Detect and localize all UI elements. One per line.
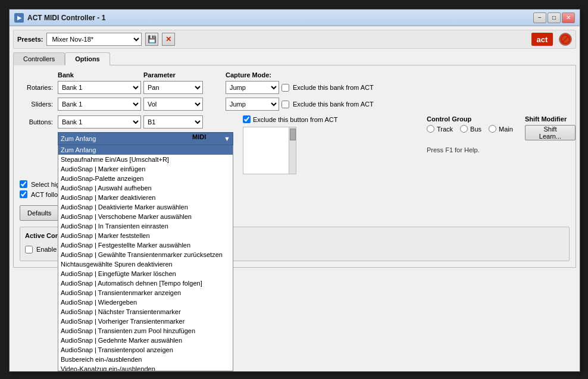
rotaries-param-select[interactable]: PanVolMuteSolo (143, 81, 203, 94)
dropdown-item[interactable]: AudioSnap | In Transienten einrasten (58, 221, 233, 231)
act-follows-checkbox[interactable] (20, 190, 27, 198)
title-buttons: − □ ✕ (533, 12, 575, 23)
sliders-label: Sliders: (20, 101, 55, 108)
dropdown-item[interactable]: Stepaufnahme Ein/Aus [Umschalt+R] (58, 155, 233, 164)
select-highlights-checkbox[interactable] (20, 180, 27, 188)
act-enable-label: Enable (36, 246, 57, 253)
dropdown-item[interactable]: Zum Anfang (58, 145, 233, 155)
tabs: Controllers Options (13, 52, 576, 65)
minimize-button[interactable]: − (533, 12, 546, 23)
sliders-exclude-label: Exclude this bank from ACT (293, 101, 374, 108)
dropdown-item[interactable]: AudioSnap | Automatisch dehnen [Tempo fo… (58, 278, 233, 288)
tab-options[interactable]: Options (65, 52, 110, 65)
sliders-capture-select[interactable]: JumpTouchPickup (226, 98, 279, 111)
sliders-bank-select[interactable]: Bank 1Bank 2Bank 3Bank 4 (58, 98, 141, 111)
dropdown-item[interactable]: AudioSnap | Vorheriger Transientenmarker (58, 317, 233, 326)
ctrl-group-options: Track Bus Main (427, 125, 513, 133)
rotaries-bank-select[interactable]: Bank 1Bank 2Bank 3Bank 4 (58, 81, 141, 94)
presets-select[interactable]: Mixer Nov-18* (46, 33, 142, 46)
buttons-exclude-checkbox[interactable] (243, 115, 251, 123)
presets-label: Presets: (17, 36, 43, 43)
window-icon: ▶ (14, 13, 24, 23)
dropdown-item[interactable]: AudioSnap | Wiedergeben (58, 297, 233, 307)
maximize-button[interactable]: □ (548, 12, 561, 23)
command-dropdown-list[interactable]: Zum AnfangStepaufnahme Ein/Aus [Umschalt… (58, 145, 233, 371)
sliders-exclude-checkbox[interactable] (282, 101, 289, 108)
header-bank: Bank (58, 71, 141, 79)
dropdown-item[interactable]: AudioSnap | Gewählte Transientenmarker z… (58, 250, 233, 259)
dropdown-item[interactable]: AudioSnap | Verschobene Marker auswählen (58, 212, 233, 221)
track-radio[interactable] (427, 125, 434, 133)
ctrl-group-section: Control Group Track Bus (427, 115, 513, 144)
buttons-exclude-area: Exclude this button from ACT (243, 115, 337, 123)
midi-display-area (243, 127, 296, 174)
close-button[interactable]: ✕ (562, 12, 575, 23)
act-logo: act (531, 33, 553, 46)
track-radio-label: Track (437, 126, 453, 133)
bus-radio[interactable] (460, 125, 468, 133)
act-enable-checkbox[interactable] (25, 246, 33, 253)
dropdown-item[interactable]: AudioSnap | Deaktivierte Marker auswähle… (58, 202, 233, 212)
buttons-label: Buttons: (20, 118, 55, 126)
dropdown-item[interactable]: AudioSnap | Nächster Transientenmarker (58, 307, 233, 317)
bus-radio-row: Bus (460, 125, 481, 133)
dropdown-item[interactable]: AudioSnap | Festgestellte Marker auswähl… (58, 240, 233, 250)
shift-modifier-label: Shift Modifier (525, 115, 576, 123)
main-radio-row: Main (489, 125, 513, 133)
act-midi-window: ▶ ACT MIDI Controller - 1 − □ ✕ Presets:… (9, 9, 580, 372)
presets-bar: Presets: Mixer Nov-18* 💾 ✕ act (13, 30, 576, 49)
dropdown-item[interactable]: AudioSnap | Eingefügte Marker löschen (58, 269, 233, 278)
defaults-button[interactable]: Defaults (20, 205, 59, 221)
window-content: Presets: Mixer Nov-18* 💾 ✕ act Controlle… (10, 26, 580, 371)
dropdown-item[interactable]: AudioSnap | Gedehnte Marker auswählen (58, 336, 233, 345)
main-radio[interactable] (489, 125, 496, 133)
rotaries-exclude-label: Exclude this bank from ACT (293, 84, 374, 91)
midi-label: MIDI (192, 133, 206, 140)
command-dropdown-header[interactable]: Zum Anfang ▼ (58, 132, 233, 145)
svg-line-1 (562, 36, 568, 42)
dropdown-item[interactable]: AudioSnap | Auswahl aufheben (58, 183, 233, 193)
dropdown-item[interactable]: Busbereich ein-/ausblenden (58, 355, 233, 364)
rotaries-label: Rotaries: (20, 84, 55, 91)
dropdown-item[interactable]: AudioSnap | Transienten zum Pool hinzufü… (58, 326, 233, 336)
dropdown-item[interactable]: AudioSnap | Transientenpool anzeigen (58, 345, 233, 355)
dropdown-item[interactable]: AudioSnap | Marker einfügen (58, 164, 233, 174)
buttons-param-select[interactable]: B1B2B3B4 (143, 115, 203, 129)
buttons-bank-select[interactable]: Bank 1Bank 2Bank 3Bank 4 (58, 115, 141, 129)
dropdown-item[interactable]: Video-Kanalzug ein-/ausblenden (58, 364, 233, 371)
act-no-icon (559, 33, 572, 46)
header-parameter: Parameter (143, 71, 203, 79)
sliders-param-select[interactable]: VolPanMuteSolo (143, 98, 203, 111)
dropdown-item[interactable]: AudioSnap | Marker feststellen (58, 231, 233, 240)
tab-controllers[interactable]: Controllers (13, 52, 65, 65)
dropdown-selected-value: Zum Anfang (61, 135, 96, 142)
command-dropdown-wrapper: Zum Anfang ▼ Zum AnfangStepaufnahme Ein/… (58, 132, 233, 145)
bus-radio-label: Bus (470, 126, 481, 133)
midi-scrollbar-thumb[interactable] (290, 129, 296, 140)
title-bar: ▶ ACT MIDI Controller - 1 − □ ✕ (10, 10, 580, 26)
dropdown-item[interactable]: Nichtausgewählte Spuren deaktivieren (58, 259, 233, 269)
header-capture-mode: Capture Mode: (226, 71, 345, 79)
shift-learn-button[interactable]: Shift Learn... (525, 125, 576, 140)
preset-save-button[interactable]: 💾 (145, 33, 158, 46)
sliders-exclude-area: Exclude this bank from ACT (282, 101, 412, 108)
window-title: ACT MIDI Controller - 1 (27, 14, 533, 22)
rotaries-exclude-area: Exclude this bank from ACT (282, 84, 412, 92)
press-f1-text: Press F1 for Help. (427, 146, 576, 154)
main-radio-label: Main (499, 126, 513, 133)
right-panel: Control Group Track Bus (427, 115, 576, 154)
tab-content-options: Bank Parameter Capture Mode: Rotaries: B… (13, 65, 576, 268)
dropdown-item[interactable]: AudioSnap | Marker deaktivieren (58, 193, 233, 202)
rotaries-capture-select[interactable]: JumpTouchPickup (226, 81, 279, 94)
shift-modifier-section: Shift Modifier Shift Learn... (525, 115, 576, 144)
dropdown-arrow-icon: ▼ (224, 135, 230, 142)
track-radio-row: Track (427, 125, 453, 133)
ctrl-group-label: Control Group (427, 115, 513, 123)
buttons-exclude-label: Exclude this button from ACT (253, 116, 337, 123)
midi-scrollbar[interactable] (289, 127, 296, 174)
rotaries-exclude-checkbox[interactable] (282, 84, 289, 92)
preset-delete-button[interactable]: ✕ (162, 33, 175, 46)
dropdown-item[interactable]: AudioSnap-Palette anzeigen (58, 174, 233, 183)
dropdown-item[interactable]: AudioSnap | Transientenmarker anzeigen (58, 288, 233, 297)
